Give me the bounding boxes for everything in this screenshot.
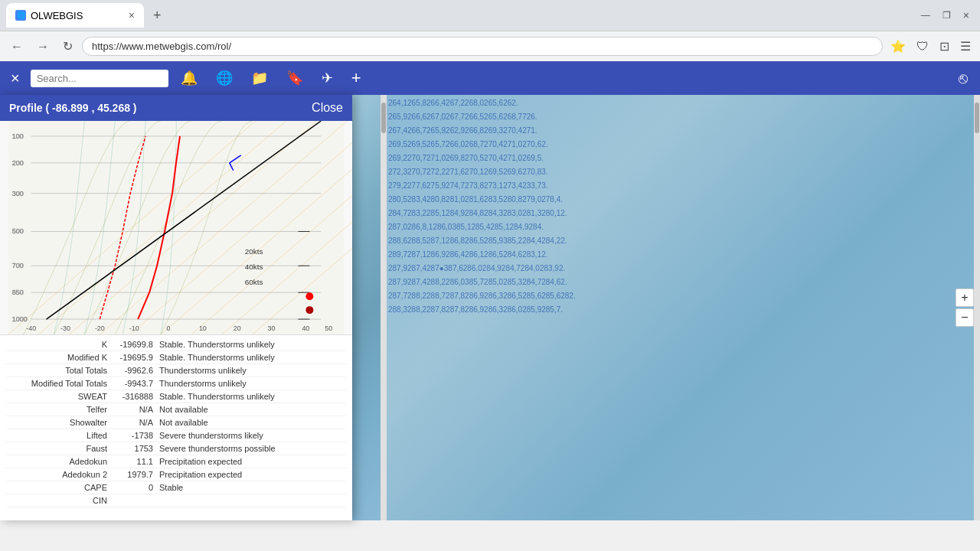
new-tab-button[interactable]: + [147, 5, 168, 27]
flight-button[interactable]: ✈ [315, 67, 339, 90]
logout-button[interactable]: ⎋ [952, 67, 974, 90]
svg-text:20: 20 [234, 324, 241, 332]
search-input[interactable] [31, 70, 168, 87]
data-row-tt: Total Totals -9962.6 Thunderstorms unlik… [6, 364, 346, 377]
profile-content: 100 200 300 500 700 850 1000 -40 -30 -20… [0, 121, 352, 520]
data-row-sweat: SWEAT -316888 Stable. Thunderstorms unli… [6, 390, 346, 403]
data-value-mk: -19695.9 [113, 353, 159, 362]
data-value-tt: -9962.6 [113, 366, 159, 375]
data-value-adedokun: 11.1 [113, 457, 159, 466]
window-maximize-button[interactable]: ❐ [938, 7, 956, 24]
skew-t-chart: 100 200 300 500 700 850 1000 -40 -30 -20… [0, 121, 352, 335]
bookmark-button[interactable]: 🔖 [280, 67, 309, 90]
data-value-sweat: -316888 [113, 392, 159, 401]
data-desc-mk: Stable. Thunderstorms unlikely [159, 353, 346, 362]
folder-button[interactable]: 📁 [245, 67, 274, 90]
data-row-cape: CAPE 0 Stable [6, 481, 346, 494]
right-map-area[interactable]: 264,1265,8266,4267,2268,0265,6262. 265,9… [387, 95, 980, 520]
app-toolbar: × 🔔 🌐 📁 🔖 ✈ + ⎋ [0, 61, 980, 95]
data-label-adedokun2: Adedokun 2 [6, 470, 113, 479]
globe-button[interactable]: 🌐 [210, 67, 239, 90]
data-label-mk: Modified K [6, 353, 113, 362]
tab-close-button[interactable]: × [129, 9, 135, 21]
data-label-cin: CIN [6, 496, 113, 505]
data-label-k: K [6, 340, 113, 349]
data-row-k: K -19699.8 Stable. Thunderstorms unlikel… [6, 338, 346, 351]
svg-text:200: 200 [12, 159, 24, 167]
data-label-lifted: Lifted [6, 431, 113, 440]
svg-text:1000: 1000 [12, 315, 28, 323]
forward-button[interactable]: → [32, 37, 54, 57]
main-layout: List Area of interest World ▼ + List Mac… [0, 95, 980, 520]
data-label-showalter: Showalter [6, 418, 113, 427]
data-desc-adedokun: Precipitation expected [159, 457, 346, 466]
browser-nav-icons: ⭐ 🛡 ⊡ ☰ [887, 36, 974, 57]
data-desc-adedokun2: Precipitation expected [159, 470, 346, 479]
data-desc-faust: Severe thunderstorms possible [159, 444, 346, 453]
svg-text:100: 100 [12, 132, 24, 140]
profile-header: Profile ( -86.899 , 45.268 ) Close [0, 95, 352, 121]
bookmark-star-icon[interactable]: ⭐ [887, 36, 909, 57]
data-value-showalter: N/A [113, 418, 159, 427]
close-button[interactable]: × [6, 67, 24, 90]
svg-text:300: 300 [12, 190, 24, 197]
screenshot-icon[interactable]: ⊡ [936, 36, 952, 57]
svg-rect-0 [8, 121, 344, 334]
profile-title: Profile ( -86.899 , 45.268 ) [9, 102, 137, 114]
left-map-scrollbar-v[interactable] [381, 95, 387, 520]
data-row-adedokun2: Adedokun 2 1979.7 Precipitation expected [6, 468, 346, 481]
data-row-cin: CIN [6, 494, 346, 507]
right-map-scrollbar-v[interactable] [974, 95, 980, 520]
chart-svg: 100 200 300 500 700 850 1000 -40 -30 -20… [0, 121, 352, 334]
data-row-adedokun: Adedokun 11.1 Precipitation expected [6, 455, 346, 468]
svg-text:850: 850 [12, 289, 24, 296]
data-value-lifted: -1738 [113, 431, 159, 440]
bell-button[interactable]: 🔔 [175, 67, 204, 90]
profile-close-button[interactable]: Close [312, 101, 343, 115]
browser-tab[interactable]: 🌐 OLWEBGIS × [6, 3, 144, 28]
svg-point-45 [305, 306, 313, 314]
data-row-telfer: Telfer N/A Not available [6, 403, 346, 416]
data-table: K -19699.8 Stable. Thunderstorms unlikel… [0, 335, 352, 510]
data-desc-cin [159, 496, 346, 505]
data-value-adedokun2: 1979.7 [113, 470, 159, 479]
data-value-cape: 0 [113, 483, 159, 492]
data-row-lifted: Lifted -1738 Severe thunderstorms likely [6, 429, 346, 442]
svg-text:10: 10 [199, 324, 207, 332]
data-value-cin [113, 496, 159, 505]
back-button[interactable]: ← [6, 37, 28, 57]
data-label-cape: CAPE [6, 483, 113, 492]
data-row-faust: Faust 1753 Severe thunderstorms possible [6, 442, 346, 455]
zoom-in-button[interactable]: + [956, 289, 974, 307]
add-button[interactable]: + [345, 65, 368, 91]
right-map-numbers: 264,1265,8266,4267,2268,0265,6262. 265,9… [387, 95, 980, 520]
profile-dialog: Profile ( -86.899 , 45.268 ) Close [0, 95, 352, 520]
data-label-sweat: SWEAT [6, 392, 113, 401]
right-map-scroll-thumb-v [975, 103, 979, 133]
data-label-mtt: Modified Total Totals [6, 379, 113, 388]
window-minimize-button[interactable]: — [916, 7, 935, 24]
svg-text:-20: -20 [95, 324, 105, 332]
data-desc-cape: Stable [159, 483, 346, 492]
refresh-button[interactable]: ↻ [58, 36, 77, 57]
svg-text:700: 700 [12, 262, 24, 269]
data-value-k: -19699.8 [113, 340, 159, 349]
menu-icon[interactable]: ☰ [957, 36, 974, 57]
data-desc-telfer: Not available [159, 405, 346, 414]
svg-text:20kts: 20kts [245, 247, 263, 256]
data-label-adedokun: Adedokun [6, 457, 113, 466]
address-bar[interactable]: https://www.metwebgis.com/rol/ [82, 37, 883, 56]
data-desc-lifted: Severe thunderstorms likely [159, 431, 346, 440]
data-label-faust: Faust [6, 444, 113, 453]
data-desc-sweat: Stable. Thunderstorms unlikely [159, 392, 346, 401]
svg-text:40kts: 40kts [245, 262, 263, 271]
data-desc-k: Stable. Thunderstorms unlikely [159, 340, 346, 349]
zoom-out-button[interactable]: − [956, 308, 974, 327]
browser-nav: ← → ↻ https://www.metwebgis.com/rol/ ⭐ 🛡… [0, 31, 980, 61]
svg-text:40: 40 [302, 324, 309, 332]
svg-text:-40: -40 [26, 324, 36, 332]
browser-chrome: 🌐 OLWEBGIS × + — ❐ × ← → ↻ https://www.m… [0, 0, 980, 61]
left-map-scroll-thumb-v [381, 103, 386, 133]
window-close-button[interactable]: × [959, 6, 974, 24]
data-row-mk: Modified K -19695.9 Stable. Thunderstorm… [6, 351, 346, 364]
